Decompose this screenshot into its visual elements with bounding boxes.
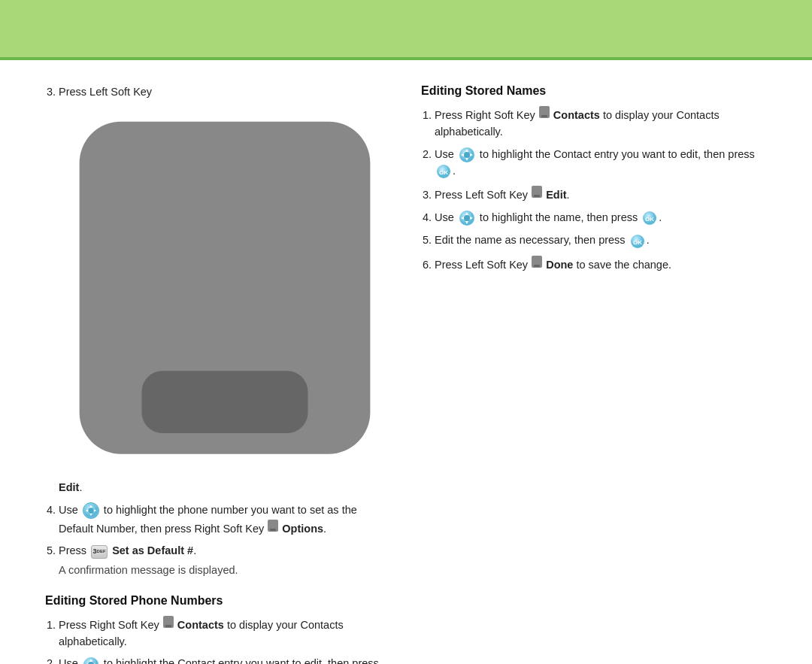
svg-point-7 [88,508,93,513]
list-item: Press Right Soft Key Contacts to display… [59,615,391,650]
svg-rect-9 [270,529,276,531]
nav-icon [459,147,475,163]
bold-text: Set as Default # [112,544,193,556]
ok-icon: OK [436,164,451,179]
soft-key-icon [59,465,391,477]
list-item: Use [59,656,391,664]
key-icon: 3DEF [91,545,108,559]
list-item: Edit the name as necessary, then press O… [435,232,767,249]
svg-rect-63 [534,265,540,267]
svg-text:OK: OK [645,216,654,223]
list-item: Use [435,147,767,180]
left-column: Press Left Soft Key Edit. Use [45,84,391,664]
section-title: Editing Stored Names [421,84,767,98]
bold-text: Contacts [177,619,224,631]
section-title: Editing Stored Phone Numbers [45,594,391,608]
nav-icon [459,210,475,226]
confirmation-text: A confirmation message is displayed. [59,562,391,579]
svg-text:OK: OK [439,169,448,176]
bold-text: Done [546,259,573,271]
nav-icon [83,502,99,519]
bold-text: Options [282,523,323,535]
list-item: Press Left Soft Key Edit. [59,84,391,496]
list-item: Use [59,502,391,538]
svg-point-47 [464,152,470,158]
right-column: Editing Stored Names Press Right Soft Ke… [421,84,767,664]
svg-point-57 [464,215,470,221]
soft-key-icon [538,109,553,121]
header-bar [0,0,812,60]
svg-rect-41 [541,115,547,117]
list-item: Use [435,210,767,226]
bold-text: Contacts [553,109,600,121]
svg-rect-51 [534,195,540,197]
list-item: Press Right Soft Key Contacts to display… [435,105,767,141]
soft-key-icon [162,619,177,631]
list-item: Press 3DEF Set as Default #. A confirmat… [59,543,391,579]
svg-rect-11 [165,625,171,627]
svg-text:OK: OK [633,239,642,246]
ok-icon: OK [630,234,645,249]
ok-icon: OK [642,211,657,226]
svg-rect-1 [142,371,308,433]
soft-key-icon [531,259,546,271]
header-line [0,57,812,60]
bold-text: Edit [59,481,79,493]
nav-icon [83,656,99,664]
bold-text: Edit [546,189,566,201]
soft-key-icon [267,523,282,535]
list-item: Press Left Soft Key Done to save the cha… [435,255,767,274]
soft-key-icon [531,189,546,201]
list-item: Press Left Soft Key Edit. [435,185,767,204]
